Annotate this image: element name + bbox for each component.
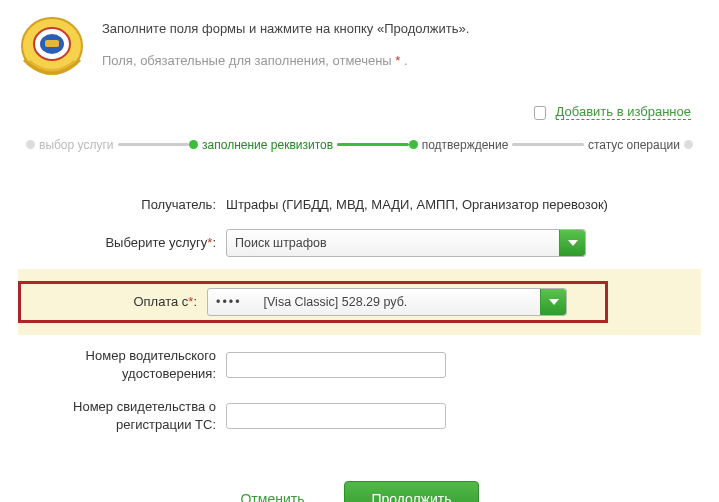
add-favorite-link[interactable]: Добавить в избранное — [556, 104, 691, 120]
progress-steps: выбор услуги заполнение реквизитов подтв… — [26, 138, 693, 152]
header-required-note: Поля, обязательные для заполнения, отмеч… — [102, 50, 701, 72]
driver-license-label: Номер водительского удостоверения: — [18, 347, 226, 382]
payfrom-label: Оплата с*: — [21, 293, 207, 311]
header-instruction: Заполните поля формы и нажмите на кнопку… — [102, 18, 701, 40]
bookmark-icon — [534, 106, 546, 120]
step-dot — [189, 140, 198, 149]
step-dot — [26, 140, 35, 149]
step-dot — [409, 140, 418, 149]
chevron-down-icon — [540, 289, 566, 315]
svg-rect-3 — [45, 40, 59, 47]
registration-cert-label: Номер свидетельства о регистрации ТС: — [18, 398, 226, 433]
step-fill-details: заполнение реквизитов — [198, 138, 337, 152]
continue-button[interactable]: Продолжить — [344, 481, 478, 502]
emblem-icon — [18, 12, 86, 84]
registration-cert-input[interactable] — [226, 403, 446, 429]
payfrom-mask: •••• — [216, 295, 242, 309]
payfrom-select[interactable]: •••• [Visa Classic] 528.29 руб. — [207, 288, 567, 316]
chevron-down-icon — [559, 230, 585, 256]
step-dot — [684, 140, 693, 149]
payfrom-select-value: [Visa Classic] 528.29 руб. — [264, 295, 408, 309]
recipient-value: Штрафы (ГИБДД, МВД, МАДИ, АМПП, Организа… — [226, 197, 701, 212]
step-status: статус операции — [584, 138, 684, 152]
recipient-label: Получатель: — [18, 196, 226, 214]
driver-license-input[interactable] — [226, 352, 446, 378]
cancel-link[interactable]: Отменить — [240, 491, 304, 502]
service-select-value: Поиск штрафов — [235, 236, 327, 250]
step-choose-service: выбор услуги — [35, 138, 118, 152]
step-confirm: подтверждение — [418, 138, 513, 152]
service-label: Выберите услугу*: — [18, 234, 226, 252]
service-select[interactable]: Поиск штрафов — [226, 229, 586, 257]
